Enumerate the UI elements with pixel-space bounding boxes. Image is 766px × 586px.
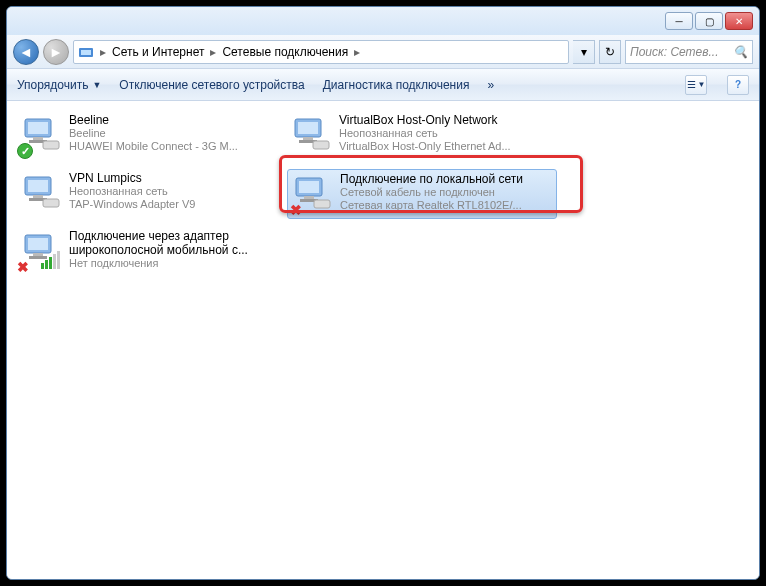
more-actions-button[interactable]: » xyxy=(487,78,494,92)
status-cross-icon: ✖ xyxy=(288,202,304,218)
svg-rect-3 xyxy=(28,122,48,134)
chevron-right-icon: ▸ xyxy=(352,45,362,59)
breadcrumb-seg-2[interactable]: Сетевые подключения xyxy=(218,45,352,59)
connection-item[interactable]: VirtualBox Host-Only Network Неопознанна… xyxy=(287,111,557,161)
svg-rect-11 xyxy=(313,141,329,149)
svg-rect-23 xyxy=(28,238,48,250)
forward-button[interactable]: ► xyxy=(43,39,69,65)
connection-title: Beeline xyxy=(69,113,285,127)
chevron-right-icon: ▸ xyxy=(98,45,108,59)
svg-rect-29 xyxy=(53,254,56,269)
help-button[interactable]: ? xyxy=(727,75,749,95)
connection-status: Сетевой кабель не подключен xyxy=(340,186,554,199)
view-options-button[interactable]: ☰▼ xyxy=(685,75,707,95)
explorer-window: ─ ▢ ✕ ◄ ► ▸ Сеть и Интернет ▸ Сетевые по… xyxy=(6,6,760,580)
connection-item[interactable]: ✖ Подключение через адаптер широкополосн… xyxy=(17,227,287,277)
connection-device: VirtualBox Host-Only Ethernet Ad... xyxy=(339,140,555,153)
connection-device: Сетевая карта Realtek RTL8102E/... xyxy=(340,199,554,212)
diagnose-button[interactable]: Диагностика подключения xyxy=(323,78,470,92)
connection-title: Подключение через адаптер широкополосной… xyxy=(69,229,285,257)
connection-item[interactable]: VPN Lumpics Неопознанная сеть TAP-Window… xyxy=(17,169,287,219)
connection-status: Нет подключения xyxy=(69,257,285,270)
refresh-button[interactable]: ↻ xyxy=(599,40,621,64)
svg-rect-27 xyxy=(45,260,48,269)
chevron-down-icon: ▼ xyxy=(92,80,101,90)
back-button[interactable]: ◄ xyxy=(13,39,39,65)
status-cross-icon: ✖ xyxy=(15,259,31,275)
connection-title: VirtualBox Host-Only Network xyxy=(339,113,555,127)
svg-rect-9 xyxy=(303,137,313,140)
svg-rect-16 xyxy=(43,199,59,207)
svg-rect-8 xyxy=(298,122,318,134)
svg-rect-25 xyxy=(29,256,47,259)
svg-rect-18 xyxy=(299,181,319,193)
organize-button[interactable]: Упорядочить ▼ xyxy=(17,78,101,92)
network-adapter-icon: ✖ xyxy=(290,172,334,216)
search-input[interactable]: Поиск: Сетев... 🔍 xyxy=(625,40,753,64)
network-adapter-icon: ✖ xyxy=(19,229,63,273)
history-dropdown[interactable]: ▾ xyxy=(573,40,595,64)
svg-rect-30 xyxy=(57,251,60,269)
svg-rect-13 xyxy=(28,180,48,192)
svg-rect-19 xyxy=(304,196,314,199)
network-adapter-icon: ✓ xyxy=(19,113,63,157)
connection-title: Подключение по локальной сети xyxy=(340,172,554,186)
network-folder-icon xyxy=(78,44,94,60)
content-area: ✓ Beeline Beeline HUAWEI Mobile Connect … xyxy=(7,101,759,579)
connection-status: Неопознанная сеть xyxy=(339,127,555,140)
breadcrumb[interactable]: ▸ Сеть и Интернет ▸ Сетевые подключения … xyxy=(73,40,569,64)
navbar: ◄ ► ▸ Сеть и Интернет ▸ Сетевые подключе… xyxy=(7,35,759,69)
close-button[interactable]: ✕ xyxy=(725,12,753,30)
connection-item[interactable]: ✓ Beeline Beeline HUAWEI Mobile Connect … xyxy=(17,111,287,161)
connection-device: TAP-Windows Adapter V9 xyxy=(69,198,285,211)
svg-rect-21 xyxy=(314,200,330,208)
svg-rect-26 xyxy=(41,263,44,269)
network-adapter-icon xyxy=(19,171,63,215)
titlebar: ─ ▢ ✕ xyxy=(7,7,759,35)
minimize-button[interactable]: ─ xyxy=(665,12,693,30)
svg-rect-1 xyxy=(81,50,91,55)
svg-rect-28 xyxy=(49,257,52,269)
svg-rect-4 xyxy=(33,137,43,140)
search-icon: 🔍 xyxy=(733,45,748,59)
toolbar: Упорядочить ▼ Отключение сетевого устрой… xyxy=(7,69,759,101)
svg-rect-14 xyxy=(33,195,43,198)
connection-device: HUAWEI Mobile Connect - 3G M... xyxy=(69,140,285,153)
breadcrumb-seg-1[interactable]: Сеть и Интернет xyxy=(108,45,208,59)
maximize-button[interactable]: ▢ xyxy=(695,12,723,30)
svg-rect-6 xyxy=(43,141,59,149)
disable-device-button[interactable]: Отключение сетевого устройства xyxy=(119,78,304,92)
network-adapter-icon xyxy=(289,113,333,157)
connection-title: VPN Lumpics xyxy=(69,171,285,185)
connection-status: Beeline xyxy=(69,127,285,140)
connection-status: Неопознанная сеть xyxy=(69,185,285,198)
svg-rect-24 xyxy=(33,253,43,256)
search-placeholder: Поиск: Сетев... xyxy=(630,45,719,59)
chevron-right-icon: ▸ xyxy=(208,45,218,59)
connection-item-selected[interactable]: ✖ Подключение по локальной сети Сетевой … xyxy=(287,169,557,219)
status-check-icon: ✓ xyxy=(17,143,33,159)
